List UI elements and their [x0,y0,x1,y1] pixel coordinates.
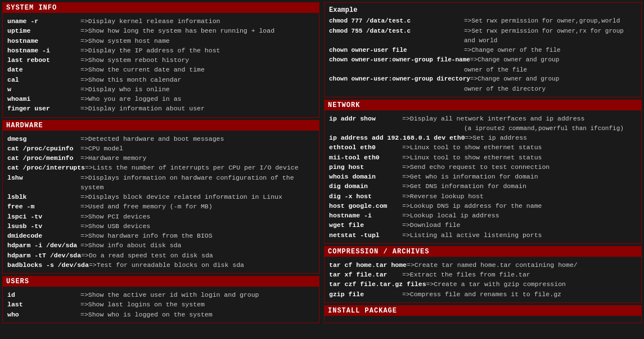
table-row: chmod 755 /data/test.c=>Set rwx permissi… [329,26,637,37]
command-name: wget file [329,220,402,230]
command-desc: =>Download file [402,220,637,230]
table-row: cat /proc/interrupts=>Lists the number o… [7,163,314,172]
command-name: whoami [7,94,80,104]
left-column: SYSTEM INFOuname -r=>Display kernel rele… [0,0,322,328]
command-desc: =>Lookup DNS ip address for the name [402,201,637,211]
table-row: ping host=>Send echo request to test con… [329,162,637,172]
command-desc: =>Show who is logged on the system [80,310,314,319]
command-desc: =>Display all network interfaces and ip … [402,114,637,123]
table-row: ip addr show=>Display all network interf… [329,114,637,123]
section-users: USERSid=>Show the active user id with lo… [2,276,319,323]
example-indent: owner of the file [329,65,637,75]
command-desc: =>Displays block device related informat… [80,192,314,202]
table-row: host google.com=>Lookup DNS ip address f… [329,201,637,211]
command-name: date [7,65,80,74]
example-cmd: chown owner-user:owner-group directory [329,74,470,84]
command-desc: =>Display the IP address of the host [80,46,314,55]
command-desc: =>Display who is online [80,84,314,94]
table-row: hostname -i=>Lookup local ip address [329,211,637,220]
table-row: ethtool eth0=>Linux tool to show etherne… [329,142,637,152]
table-row: uptime=>Show how long the system has bee… [7,26,314,35]
command-desc: =>Show info about disk sda [80,240,314,250]
command-name: w [7,84,80,94]
table-row: ip address add 192.168.0.1 dev eth0=>Set… [329,133,637,142]
command-name: id [7,290,80,300]
command-desc: =>Show the current date and time [80,65,314,74]
command-desc: =>CPU model [80,144,314,153]
command-name: netstat -tupl [329,230,402,240]
section-network: NETWORKip addr show=>Display all network… [324,100,642,244]
command-name: finger user [7,104,80,113]
command-desc: =>Reverse lookup host [402,191,637,201]
main-container: SYSTEM INFOuname -r=>Display kernel rele… [0,0,644,328]
right-column: Examplechmod 777 /data/test.c=>Set rwx p… [322,0,644,328]
command-desc: =>Listing all active listening ports [402,230,637,240]
table-row: hostname=>Show system host name [7,36,314,46]
command-name: hdparm -i /dev/sda [7,240,80,250]
command-desc: =>Get who is information for domain [402,172,637,181]
section-compression---archives: COMPRESSION / ARCHIVEStar cf home.tar ho… [324,246,642,303]
example-cmd: chmod 755 /data/test.c [329,26,464,37]
command-desc: =>Create tar named home.tar containing h… [407,260,637,270]
table-row: cal=>Show this month calendar [7,75,314,84]
command-name: dig -x host [329,191,402,201]
table-row: chown owner-user file=>Change owner of t… [329,46,637,56]
example-desc: =>Change owner and group [470,74,559,84]
table-row: id=>Show the active user id with login a… [7,290,314,300]
command-desc: =>Set ip address [465,133,637,142]
section-title: INSTALL PACKAGE [325,306,641,316]
command-name: hdparm -tT /dev/sda [7,251,81,260]
table-row: lsusb -tv=>Show USB devices [7,221,314,231]
command-name: ethtool eth0 [329,142,402,152]
section-title: HARDWARE [3,121,319,131]
command-name: cat /proc/meminfo [7,153,80,163]
command-desc: =>Who you are logged in as [80,94,314,104]
example-row: chown owner-user:owner-group file-name=>… [329,55,637,74]
table-row: last reboot=>Show system reboot history [7,55,314,65]
example-desc: =>Change owner of the file [464,46,561,56]
example-row: chown owner-user file=>Change owner of t… [329,46,637,56]
command-desc: =>Linux tool to show ethernet status [402,142,637,152]
example-desc: =>Change owner and group [470,55,559,65]
example-row: chown owner-user:owner-group directory=>… [329,74,637,93]
command-desc: =>Display kernel release information [80,16,314,26]
command-name: uptime [7,26,80,35]
command-name: who [7,310,80,319]
command-desc: =>Display information about user [80,104,314,113]
command-desc: =>Test for unreadable blocks on disk sda [89,260,314,270]
command-name: last [7,300,80,309]
table-row: finger user=>Display information about u… [7,104,314,113]
example-title: Example [329,6,637,14]
command-desc: =>Create a tar with gzip compression [426,279,637,289]
command-name: ping host [329,162,402,172]
command-name: host google.com [329,201,402,211]
example-indent: owner of the directory [329,84,637,94]
command-name: lspci -tv [7,212,80,221]
example-cmd: chown owner-user:owner-group file-name [329,55,470,65]
command-desc: =>Show how long the system has been runn… [80,26,314,35]
table-row: tar cf home.tar home=>Create tar named h… [329,260,637,270]
table-row: whoami=>Who you are logged in as [7,94,314,104]
command-name: tar czf file.tar.gz files [329,279,426,289]
example-desc: =>Set rwx permission for owner,rx for gr… [464,26,624,37]
table-row: dmidecode=>Show hardware info from the B… [7,231,314,240]
cmd-block: ip addr show=>Display all network interf… [329,114,637,133]
example-cmd: chmod 777 /data/test.c [329,16,464,26]
table-row: lspci -tv=>Show PCI devices [7,212,314,221]
cmd-indent: (a iproute2 command,powerful than ifconf… [329,124,637,133]
table-row: hostname -i=>Display the IP address of t… [7,46,314,55]
section-title: USERS [3,276,319,287]
command-name: tar xf file.tar [329,270,402,279]
command-desc: =>Used and free memory (-m for MB) [80,202,314,211]
section-install-package: INSTALL PACKAGE [324,305,642,323]
table-row: uname -r=>Display kernel release informa… [7,16,314,26]
command-name: ip address add 192.168.0.1 dev eth0 [329,133,465,142]
command-name: lsblk [7,192,80,202]
table-row: lsblk=>Displays block device related inf… [7,192,314,202]
section-title: COMPRESSION / ARCHIVES [325,247,641,257]
table-row: tar czf file.tar.gz files=>Create a tar … [329,279,637,289]
table-row: hdparm -tT /dev/sda=>Do a read speed tes… [7,251,314,260]
table-row: free -m=>Used and free memory (-m for MB… [7,202,314,211]
command-name: badblocks -s /dev/sda [7,260,89,270]
table-row: wget file=>Download file [329,220,637,230]
